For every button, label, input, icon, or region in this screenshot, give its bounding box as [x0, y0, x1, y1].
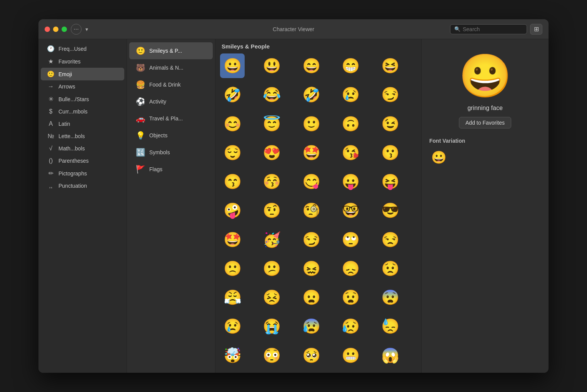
- titlebar: ··· ▾ Character Viewer 🔍 ⊞: [38, 19, 549, 39]
- middle-item-travel[interactable]: 🚗 Travel & Pla...: [129, 110, 213, 127]
- emoji-cell[interactable]: 😧: [339, 285, 363, 310]
- maximize-button[interactable]: [62, 27, 67, 32]
- emoji-cell[interactable]: 😬: [339, 343, 363, 368]
- sidebar-icon-arrows: →: [47, 83, 55, 90]
- search-input[interactable]: [463, 26, 523, 32]
- emoji-cell[interactable]: 😦: [299, 285, 324, 310]
- emoji-cell[interactable]: 😂: [260, 82, 284, 107]
- sidebar-icon-parentheses: (): [47, 157, 55, 164]
- emoji-cell[interactable]: 😢: [220, 314, 245, 339]
- emoji-cell[interactable]: 😛: [339, 169, 363, 194]
- emoji-cell[interactable]: 😏: [378, 82, 402, 107]
- emoji-cell[interactable]: 😱: [378, 343, 402, 368]
- middle-label-food: Food & Drink: [149, 82, 181, 88]
- emoji-cell[interactable]: 😭: [260, 314, 284, 339]
- emoji-cell[interactable]: 🧐: [299, 198, 324, 223]
- sidebar-icon-emoji: 🙂: [47, 70, 55, 78]
- emoji-cell[interactable]: 🙁: [220, 256, 245, 281]
- emoji-cell[interactable]: 🤣: [299, 82, 324, 107]
- left-sidebar: 🕐 Freq...Used ★ Favorites 🙂 Emoji → Arro…: [38, 39, 127, 373]
- middle-item-objects[interactable]: 💡 Objects: [129, 127, 213, 144]
- emoji-cell[interactable]: 😁: [339, 53, 363, 78]
- emoji-cell[interactable]: 😖: [299, 256, 324, 281]
- chevron-down-button[interactable]: ▾: [85, 26, 88, 32]
- emoji-cell[interactable]: 😏: [299, 227, 324, 252]
- middle-item-smileys[interactable]: 🙂 Smileys & P...: [129, 42, 213, 59]
- emoji-cell[interactable]: 😘: [339, 140, 363, 165]
- emoji-cell[interactable]: 🙃: [339, 112, 363, 136]
- middle-item-food[interactable]: 🍔 Food & Drink: [129, 76, 213, 93]
- sidebar-item-bullets-stars[interactable]: ✳ Bulle.../Stars: [41, 93, 124, 105]
- emoji-cell[interactable]: 🤩: [299, 140, 324, 165]
- emoji-cell[interactable]: 😆: [378, 53, 402, 78]
- emoji-cell[interactable]: 😇: [260, 112, 284, 136]
- emoji-cell[interactable]: 😤: [220, 285, 245, 310]
- middle-item-animals[interactable]: 🐻 Animals & N...: [129, 59, 213, 76]
- actions-button[interactable]: ···: [71, 24, 82, 35]
- emoji-cell[interactable]: 😉: [378, 112, 402, 136]
- emoji-cell[interactable]: 🥺: [299, 343, 324, 368]
- emoji-cell[interactable]: 🙂: [299, 112, 324, 136]
- sidebar-item-latin[interactable]: A Latin: [41, 118, 124, 130]
- emoji-cell[interactable]: 😌: [220, 140, 245, 165]
- emoji-cell[interactable]: 😕: [260, 256, 284, 281]
- sidebar-item-favorites[interactable]: ★ Favorites: [41, 55, 124, 68]
- emoji-cell[interactable]: 🤓: [339, 198, 363, 223]
- search-box[interactable]: 🔍: [450, 24, 527, 34]
- emoji-cell[interactable]: 😞: [339, 256, 363, 281]
- sidebar-label-pictographs: Pictographs: [58, 170, 87, 177]
- emoji-cell[interactable]: 😗: [378, 140, 402, 165]
- sidebar-label-arrows: Arrows: [58, 83, 75, 90]
- middle-item-symbols[interactable]: 🔣 Symbols: [129, 144, 213, 161]
- sidebar-item-punctuation[interactable]: ,, Punctuation: [41, 180, 124, 192]
- emoji-cell[interactable]: 🤯: [220, 343, 245, 368]
- emoji-cell[interactable]: 😣: [260, 285, 284, 310]
- emoji-cell[interactable]: 😍: [260, 140, 284, 165]
- sidebar-item-freq-used[interactable]: 🕐 Freq...Used: [41, 42, 124, 55]
- minimize-button[interactable]: [53, 27, 58, 32]
- emoji-cell[interactable]: 😓: [378, 314, 402, 339]
- close-button[interactable]: [45, 27, 50, 32]
- emoji-cell[interactable]: 😥: [339, 314, 363, 339]
- emoji-cell[interactable]: 🙄: [339, 227, 363, 252]
- sidebar-item-lette-bols[interactable]: № Lette...bols: [41, 130, 124, 142]
- sidebar-label-parentheses: Parentheses: [58, 158, 89, 164]
- search-icon: 🔍: [454, 26, 460, 32]
- emoji-cell[interactable]: 😀: [220, 53, 245, 78]
- middle-item-flags[interactable]: 🚩 Flags: [129, 161, 213, 178]
- emoji-cell[interactable]: 😢: [339, 82, 363, 107]
- emoji-cell[interactable]: 😎: [378, 198, 402, 223]
- sidebar-item-curr-symbols[interactable]: $ Curr...mbols: [41, 105, 124, 118]
- emoji-cell[interactable]: 😒: [378, 227, 402, 252]
- emoji-cell[interactable]: 🤣: [220, 82, 245, 107]
- sidebar-item-emoji[interactable]: 🙂 Emoji: [41, 68, 124, 80]
- main-content: 🕐 Freq...Used ★ Favorites 🙂 Emoji → Arro…: [38, 39, 549, 373]
- emoji-cell[interactable]: 😟: [378, 256, 402, 281]
- sidebar-item-math-bols[interactable]: √ Math...bols: [41, 142, 124, 155]
- emoji-grid: 😀😃😄😁😆🤣😂🤣😢😏😊😇🙂🙃😉😌😍🤩😘😗😙😚😋😛😝🤪🤨🧐🤓😎🤩🥳😏🙄😒🙁😕😖😞😟…: [215, 52, 421, 373]
- emoji-cell[interactable]: 😃: [260, 53, 284, 78]
- emoji-cell[interactable]: 🤪: [220, 198, 245, 223]
- emoji-cell[interactable]: 😙: [220, 169, 245, 194]
- emoji-cell[interactable]: 🥳: [260, 227, 284, 252]
- font-var-cell[interactable]: 😀: [429, 148, 449, 167]
- emoji-cell[interactable]: 😋: [299, 169, 324, 194]
- emoji-cell[interactable]: 😰: [299, 314, 324, 339]
- middle-label-activity: Activity: [149, 98, 166, 105]
- add-to-favorites-button[interactable]: Add to Favorites: [459, 117, 511, 128]
- grid-view-button[interactable]: ⊞: [530, 24, 542, 35]
- sidebar-icon-favorites: ★: [47, 58, 55, 65]
- middle-item-activity[interactable]: ⚽ Activity: [129, 93, 213, 110]
- emoji-cell[interactable]: 😝: [378, 169, 402, 194]
- emoji-cell[interactable]: 😊: [220, 112, 245, 136]
- sidebar-item-pictographs[interactable]: ✏ Pictographs: [41, 167, 124, 180]
- sidebar-label-freq-used: Freq...Used: [58, 46, 87, 52]
- emoji-cell[interactable]: 😨: [378, 285, 402, 310]
- emoji-cell[interactable]: 🤨: [260, 198, 284, 223]
- emoji-cell[interactable]: 😄: [299, 53, 324, 78]
- emoji-cell[interactable]: 🤩: [220, 227, 245, 252]
- emoji-cell[interactable]: 😚: [260, 169, 284, 194]
- emoji-cell[interactable]: 😳: [260, 343, 284, 368]
- sidebar-item-parentheses[interactable]: () Parentheses: [41, 155, 124, 167]
- sidebar-item-arrows[interactable]: → Arrows: [41, 80, 124, 93]
